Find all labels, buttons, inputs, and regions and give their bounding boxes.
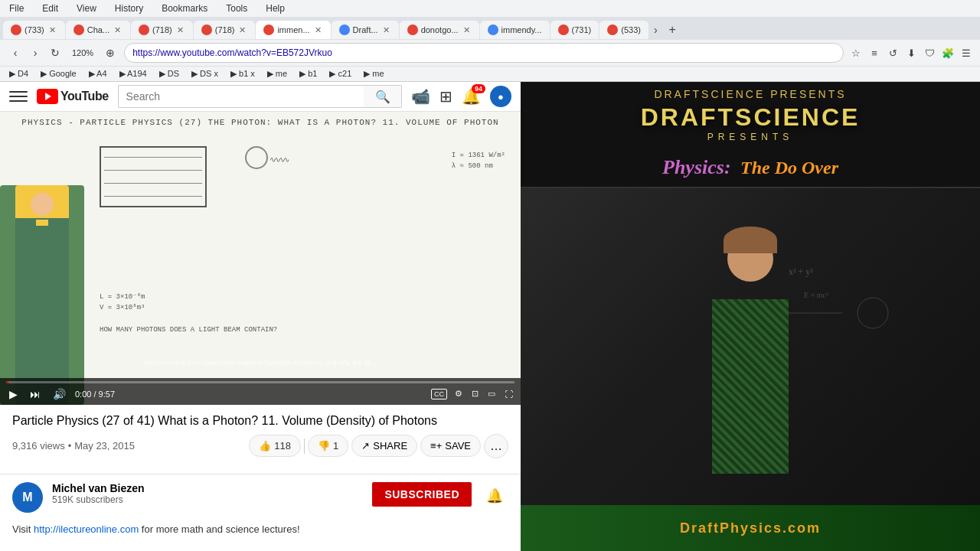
back-button[interactable]: ‹ <box>6 44 24 62</box>
browser-tab-active[interactable]: immen... ✕ <box>256 21 330 39</box>
more-options-button[interactable]: … <box>484 434 508 458</box>
bookmark-dsx[interactable]: ▶ DS x <box>188 68 221 80</box>
tab-label-5: Draft... <box>353 25 378 34</box>
tab-close-active[interactable]: ✕ <box>313 25 323 35</box>
menu-tools[interactable]: Tools <box>223 2 250 15</box>
save-button[interactable]: ≡+ SAVE <box>420 435 481 457</box>
channel-name[interactable]: Michel van Biezen <box>52 482 363 494</box>
browser-tab-5[interactable]: Draft... ✕ <box>332 21 399 39</box>
thumbs-up-icon: 👍 <box>259 440 271 452</box>
reload-button[interactable]: ↻ <box>46 44 64 62</box>
grid-icon[interactable]: ⊞ <box>439 87 452 106</box>
subscribe-button[interactable]: SUBSCRIBED <box>372 482 472 507</box>
main-area: YouTube 🔍 📹 ⊞ 🔔 94 ● <box>0 82 521 551</box>
physics-banner: Physics: The Do Over <box>521 152 980 188</box>
bookmark-me2[interactable]: ▶ me <box>361 68 387 80</box>
reader-icon[interactable]: ≡ <box>867 45 882 60</box>
youtube-header: YouTube 🔍 📹 ⊞ 🔔 94 ● <box>0 82 521 112</box>
browser-tab-7[interactable]: immendy... <box>480 21 550 39</box>
presenter-head <box>31 193 54 216</box>
share-button[interactable]: ↗ SHARE <box>351 435 417 457</box>
tab-label-3: (718) <box>152 25 172 34</box>
like-button[interactable]: 👍 118 <box>249 435 301 457</box>
menu-view[interactable]: View <box>74 2 100 15</box>
tab-close-5[interactable]: ✕ <box>381 25 391 35</box>
browser-tab-1[interactable]: (733) ✕ <box>3 21 65 39</box>
bookmark-2[interactable]: ▶ Google <box>38 68 80 80</box>
search-button[interactable]: 🔍 <box>364 85 402 108</box>
bookmark-me[interactable]: ▶ me <box>264 68 290 80</box>
refresh-icon[interactable]: ↺ <box>885 45 900 60</box>
description-link[interactable]: http://ilectureonline.com <box>34 523 139 535</box>
video-controls: ▶ ⏭ 🔊 0:00 / 9:57 CC ⚙ ⊡ <box>0 378 521 405</box>
hamburger-menu-button[interactable] <box>9 87 28 106</box>
bookmark-icon[interactable]: ☆ <box>848 45 864 60</box>
search-input[interactable] <box>118 85 364 108</box>
shield-icon[interactable]: 🛡 <box>922 45 937 60</box>
new-tab-small-button[interactable]: ⊕ <box>101 44 119 62</box>
menu-edit[interactable]: Edit <box>39 2 61 15</box>
download-icon[interactable]: ⬇ <box>903 45 919 60</box>
cc-button[interactable]: CC <box>431 389 447 399</box>
save-label: SAVE <box>445 440 471 452</box>
tab-close-6[interactable]: ✕ <box>462 25 472 35</box>
user-avatar[interactable]: ● <box>490 86 511 107</box>
browser-tab-8[interactable]: (731) <box>550 21 599 39</box>
next-button[interactable]: ⏭ <box>27 386 44 402</box>
video-title: Particle Physics (27 of 41) What is a Ph… <box>12 412 508 429</box>
notification-bell-button[interactable]: 🔔 <box>481 482 508 510</box>
browser-tab-4[interactable]: (718) ✕ <box>194 21 256 39</box>
browser-tab-9[interactable]: (533) <box>599 21 648 39</box>
sidebar-header: DRAFTSCIENCE PRESENTS DRAFTSCIENCE PRESE… <box>521 82 980 152</box>
youtube-logo[interactable]: YouTube <box>37 89 109 104</box>
menu-help[interactable]: Help <box>263 2 288 15</box>
sidebar-bottom-text: DraftPhysics.com <box>680 520 821 536</box>
video-meta-row: 9,316 views • May 23, 2015 👍 118 👎 1 <box>12 434 508 458</box>
whiteboard-content: ∿∿∿∿ L = 3×10⁻⁸mV = 3×10⁸m³HOW MANY PHOT… <box>92 131 513 359</box>
menu-history[interactable]: History <box>112 2 146 15</box>
dislike-button[interactable]: 👎 1 <box>308 435 348 457</box>
channel-avatar[interactable]: M <box>12 482 43 513</box>
bookmark-3[interactable]: ▶ A4 <box>86 68 110 80</box>
fullscreen-button[interactable]: ⛶ <box>503 388 514 400</box>
bookmark-1[interactable]: ▶ D4 <box>6 68 31 80</box>
forward-button[interactable]: › <box>26 44 44 62</box>
progress-bar[interactable] <box>6 381 514 383</box>
browser-tab-2[interactable]: Cha... ✕ <box>66 21 130 39</box>
bow-tie <box>36 220 48 226</box>
bookmark-c21[interactable]: ▶ c21 <box>326 68 354 80</box>
youtube-logo-icon <box>37 89 58 104</box>
presenter-area <box>0 185 84 405</box>
tab-close-4[interactable]: ✕ <box>237 25 247 35</box>
bell-icon[interactable]: 🔔 94 <box>462 87 481 106</box>
new-tab-button[interactable]: + <box>663 20 682 40</box>
bookmark-b1[interactable]: ▶ b1 <box>296 68 320 80</box>
url-input[interactable] <box>124 43 844 63</box>
tab-favicon-1 <box>11 24 21 35</box>
theater-button[interactable]: ▭ <box>486 387 497 400</box>
play-button[interactable]: ▶ <box>6 386 21 402</box>
browser-tab-3[interactable]: (718) ✕ <box>131 21 193 39</box>
tab-label-2: Cha... <box>87 25 109 34</box>
menu-file[interactable]: File <box>6 2 27 15</box>
video-camera-icon[interactable]: 📹 <box>411 87 430 106</box>
bookmark-b1x[interactable]: ▶ b1 x <box>227 68 258 80</box>
extension-icon[interactable]: 🧩 <box>940 45 956 60</box>
video-content: PHYSICS - PARTICLE PHYSICS (27) THE PHOT… <box>0 112 521 405</box>
person-body <box>712 299 789 474</box>
settings-button[interactable]: ⚙ <box>453 387 464 400</box>
current-time: 0:00 <box>75 390 91 399</box>
browser-tab-6[interactable]: donotgo... ✕ <box>400 21 479 39</box>
tab-overflow-button[interactable]: › <box>649 21 662 39</box>
tab-close-3[interactable]: ✕ <box>175 25 185 35</box>
tab-close-2[interactable]: ✕ <box>113 25 122 35</box>
menu-bookmarks[interactable]: Bookmarks <box>158 2 211 15</box>
tab-close-1[interactable]: ✕ <box>47 25 57 35</box>
bookmark-4[interactable]: ▶ A194 <box>116 68 150 80</box>
header-icons: 📹 ⊞ 🔔 94 ● <box>411 86 511 107</box>
bookmark-ds[interactable]: ▶ DS <box>156 68 182 80</box>
menu-icon[interactable]: ☰ <box>959 45 974 60</box>
volume-button[interactable]: 🔊 <box>50 386 69 402</box>
tab-favicon-2 <box>74 24 84 35</box>
miniplayer-button[interactable]: ⊡ <box>470 387 480 400</box>
